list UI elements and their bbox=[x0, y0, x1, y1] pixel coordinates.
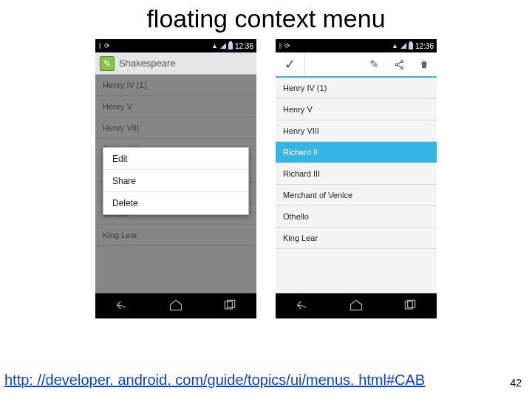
back-button[interactable] bbox=[115, 298, 129, 315]
sync-icon: ⟳ bbox=[104, 42, 110, 50]
wifi-icon: ▲ bbox=[211, 42, 218, 50]
bluetooth-icon: ᛒ bbox=[279, 42, 282, 50]
recent-button[interactable] bbox=[403, 298, 417, 315]
svg-point-3 bbox=[395, 64, 398, 66]
list-item[interactable]: Henry IV (1) bbox=[276, 78, 437, 99]
trash-icon bbox=[419, 59, 429, 69]
home-button[interactable] bbox=[168, 298, 183, 315]
sync-icon: ⟳ bbox=[284, 42, 290, 50]
svg-point-2 bbox=[400, 60, 403, 62]
play-list: Henry IV (1) Henry V Henry VIII Richard … bbox=[276, 78, 437, 293]
nav-bar bbox=[276, 293, 437, 318]
list-item[interactable]: Henry VIII bbox=[276, 120, 437, 142]
contextual-action-bar: ✓ ✎ bbox=[276, 52, 437, 78]
share-icon bbox=[394, 59, 405, 70]
list-item[interactable]: King Lear bbox=[276, 228, 437, 249]
menu-item-delete[interactable]: Delete bbox=[103, 192, 248, 214]
pencil-icon: ✎ bbox=[369, 58, 379, 71]
home-button[interactable] bbox=[349, 298, 364, 315]
slide-title: floating context menu bbox=[0, 0, 532, 33]
list-item[interactable]: Othello bbox=[276, 206, 437, 228]
recent-button[interactable] bbox=[222, 298, 237, 315]
share-action[interactable] bbox=[386, 52, 412, 76]
status-bar: ᛒ ⟳ ▲ 12:36 bbox=[95, 39, 256, 52]
delete-action[interactable] bbox=[412, 52, 437, 76]
page-number: 42 bbox=[510, 377, 522, 389]
battery-icon bbox=[409, 43, 413, 50]
bluetooth-icon: ᛒ bbox=[98, 42, 102, 50]
list-item[interactable]: Henry V bbox=[276, 99, 437, 120]
status-bar: ᛒ ⟳ ▲ 12:36 bbox=[276, 39, 437, 52]
app-title: Shakespeare bbox=[119, 58, 176, 69]
phone-contextual-action-bar: ᛒ ⟳ ▲ 12:36 ✓ ✎ bbox=[276, 39, 437, 318]
signal-icon bbox=[400, 43, 406, 49]
list-item[interactable]: Richard II bbox=[276, 142, 437, 163]
clock: 12:36 bbox=[415, 42, 434, 50]
app-bar: ✎ Shakespeare bbox=[95, 52, 256, 75]
phone-floating-menu: ᛒ ⟳ ▲ 12:36 ✎ Shakespeare Henry IV (1) H… bbox=[95, 39, 256, 318]
source-link[interactable]: http: //developer. android. com/guide/to… bbox=[4, 372, 425, 389]
edit-action[interactable]: ✎ bbox=[361, 52, 386, 76]
done-button[interactable]: ✓ bbox=[276, 52, 305, 76]
clock: 12:36 bbox=[235, 42, 253, 50]
app-icon: ✎ bbox=[100, 56, 115, 71]
check-icon: ✓ bbox=[284, 56, 296, 72]
wifi-icon: ▲ bbox=[392, 42, 398, 50]
signal-icon bbox=[220, 43, 226, 49]
list-item[interactable]: Richard III bbox=[276, 163, 437, 185]
battery-icon bbox=[228, 43, 233, 50]
list-item[interactable]: Merchant of Venice bbox=[276, 185, 437, 206]
svg-point-4 bbox=[400, 66, 403, 69]
menu-item-share[interactable]: Share bbox=[103, 170, 248, 192]
back-button[interactable] bbox=[295, 298, 310, 315]
floating-context-menu: Edit Share Delete bbox=[103, 147, 249, 215]
menu-item-edit[interactable]: Edit bbox=[103, 148, 248, 170]
nav-bar bbox=[95, 293, 256, 318]
phone-screenshots: ᛒ ⟳ ▲ 12:36 ✎ Shakespeare Henry IV (1) H… bbox=[0, 39, 532, 318]
